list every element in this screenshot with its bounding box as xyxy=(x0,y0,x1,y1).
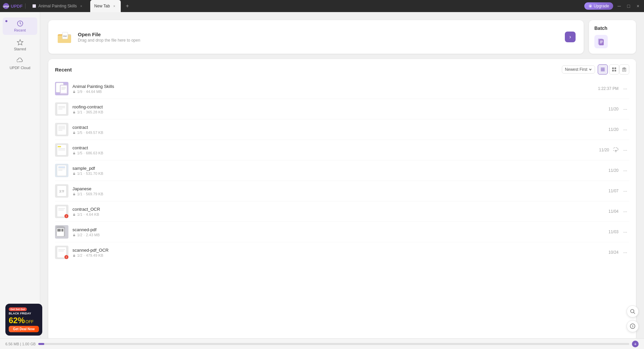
svg-rect-71 xyxy=(61,229,63,232)
tab-icon xyxy=(32,4,36,8)
tab-new[interactable]: New Tab × xyxy=(90,0,120,12)
bottom-bar: 6.56 MB | 1.00 GB + xyxy=(0,338,644,349)
file-pages: 1/2 xyxy=(77,253,82,257)
batch-icon-button[interactable] xyxy=(594,35,608,48)
svg-rect-14 xyxy=(599,39,604,45)
minimize-button[interactable]: ─ xyxy=(616,3,623,9)
open-file-arrow[interactable]: › xyxy=(565,32,576,42)
file-name: contract xyxy=(72,125,598,130)
promo-get-deal-button[interactable]: Get Deal Now xyxy=(9,326,39,332)
svg-rect-2 xyxy=(33,4,36,8)
more-options-button[interactable]: ··· xyxy=(621,146,629,154)
file-row[interactable]: ! scanned-pdf_OCR 1/2 · 479.49 KB 10/24 xyxy=(55,242,629,262)
tab-animal-painting[interactable]: Animal Painting Skills × xyxy=(28,0,88,12)
file-row[interactable]: roofing-contract 1/1 · 365.28 KB 11/20 ·… xyxy=(55,99,629,119)
svg-rect-18 xyxy=(601,68,605,68)
lock-icon xyxy=(72,172,76,175)
more-options-button[interactable]: ··· xyxy=(621,207,629,215)
delete-button[interactable] xyxy=(619,64,629,74)
svg-rect-55 xyxy=(57,165,66,176)
thumb-inner xyxy=(55,225,68,239)
open-file-panel[interactable]: PDF Open File Drag and drop the file her… xyxy=(48,20,584,54)
file-name: Animal Painting Skills xyxy=(72,84,598,89)
svg-text:★: ★ xyxy=(589,5,591,7)
file-size: 531.70 KB xyxy=(86,171,103,176)
file-date: 10/24 xyxy=(598,250,619,255)
upgrade-button[interactable]: ★ Upgrade xyxy=(584,2,613,10)
promo-event: BLACK FRIDAY xyxy=(9,312,31,315)
file-row[interactable]: Animal Painting Skills 1/9 · 44.64 MB 1:… xyxy=(55,79,629,99)
sidebar-label-recent: Recent xyxy=(14,28,26,32)
file-thumbnail xyxy=(55,164,68,177)
file-row[interactable]: 文字 Japanese 1/1 · 569.79 KB 11/07 xyxy=(55,181,629,201)
svg-rect-50 xyxy=(58,146,61,147)
sidebar-item-starred[interactable]: Starred xyxy=(3,36,37,54)
ocr-error-badge: ! xyxy=(64,255,68,259)
lock-icon xyxy=(72,233,76,237)
file-meta: 1/9 · 44.64 MB xyxy=(72,90,598,94)
more-options-button[interactable]: ··· xyxy=(621,85,629,93)
lock-icon xyxy=(72,192,76,196)
help-float-button[interactable]: ? xyxy=(627,320,639,332)
batch-title: Batch xyxy=(594,26,631,31)
more-options-button[interactable]: ··· xyxy=(621,126,629,134)
sort-button[interactable]: Newest First xyxy=(562,65,595,73)
search-float-button[interactable] xyxy=(627,305,639,317)
file-thumbnail xyxy=(55,82,68,95)
file-thumbnail xyxy=(55,102,68,116)
file-row[interactable]: sample_pdf 1/1 · 531.70 KB 11/20 ··· xyxy=(55,160,629,181)
tab-close-animal[interactable]: × xyxy=(79,4,84,8)
file-row[interactable]: contract 1/5 · 686.63 KB 11/20 · xyxy=(55,140,629,160)
recent-title: Recent xyxy=(55,67,72,72)
file-meta: 1/5 · 686.63 KB xyxy=(72,151,589,155)
file-thumbnail: ! xyxy=(55,205,68,218)
thumb-inner xyxy=(55,164,68,177)
svg-line-7 xyxy=(20,23,21,24)
pdf-thumb-icon xyxy=(56,144,68,156)
file-info: roofing-contract 1/1 · 365.28 KB xyxy=(72,104,598,114)
svg-rect-72 xyxy=(73,235,75,236)
file-meta: 1/5 · 649.57 KB xyxy=(72,131,598,135)
more-options-button[interactable]: ··· xyxy=(621,187,629,195)
file-size: 4.64 KB xyxy=(86,212,99,216)
file-thumbnail xyxy=(55,143,68,157)
thumb-inner xyxy=(55,102,68,116)
file-name: contract xyxy=(72,145,589,150)
file-actions: ··· xyxy=(621,126,629,134)
add-storage-button[interactable]: + xyxy=(632,341,639,347)
file-date: 11/20 xyxy=(598,168,619,173)
add-tab-button[interactable]: + xyxy=(123,2,131,10)
sidebar: Recent Starred UPDF Cloud xyxy=(0,12,40,349)
close-button[interactable]: × xyxy=(635,3,641,9)
svg-rect-20 xyxy=(601,70,605,71)
tab-close-new[interactable]: × xyxy=(112,4,117,8)
more-options-button[interactable]: ··· xyxy=(621,166,629,174)
file-meta: 1/1 · 365.28 KB xyxy=(72,110,598,114)
file-row[interactable]: contract 1/5 · 649.57 KB 11/20 ··· xyxy=(55,119,629,140)
list-view-button[interactable] xyxy=(598,64,608,74)
storage-bar xyxy=(38,343,629,345)
pdf-thumb-icon: 文字 xyxy=(56,185,68,197)
file-pages: 1/1 xyxy=(77,110,82,114)
promo-discount: 62% xyxy=(9,316,25,325)
svg-rect-43 xyxy=(57,124,66,135)
maximize-button[interactable]: □ xyxy=(625,3,632,9)
recent-header: Recent Newest First xyxy=(55,64,629,74)
lock-icon xyxy=(72,213,76,216)
file-name: Japanese xyxy=(72,186,598,191)
file-row[interactable]: ! contract_OCR 1/1 · 4.64 KB 11/04 xyxy=(55,201,629,222)
more-options-button[interactable]: ··· xyxy=(621,105,629,113)
file-date: 11/03 xyxy=(598,230,619,234)
file-info: contract 1/5 · 649.57 KB xyxy=(72,125,598,135)
file-row[interactable]: scanned-pdf 1/2 · 2.43 MB 11/03 ··· xyxy=(55,222,629,242)
more-options-button[interactable]: ··· xyxy=(621,248,629,256)
cloud-upload-button[interactable] xyxy=(612,146,620,154)
file-thumbnail xyxy=(55,123,68,136)
file-actions: ··· xyxy=(621,105,629,113)
open-file-text: Open File Drag and drop the file here to… xyxy=(78,32,140,43)
sidebar-item-recent[interactable]: Recent xyxy=(3,17,37,35)
grid-view-button[interactable] xyxy=(609,64,619,74)
more-options-button[interactable]: ··· xyxy=(621,228,629,236)
file-list: Animal Painting Skills 1/9 · 44.64 MB 1:… xyxy=(55,79,629,262)
sidebar-item-cloud[interactable]: UPDF Cloud xyxy=(3,55,37,72)
